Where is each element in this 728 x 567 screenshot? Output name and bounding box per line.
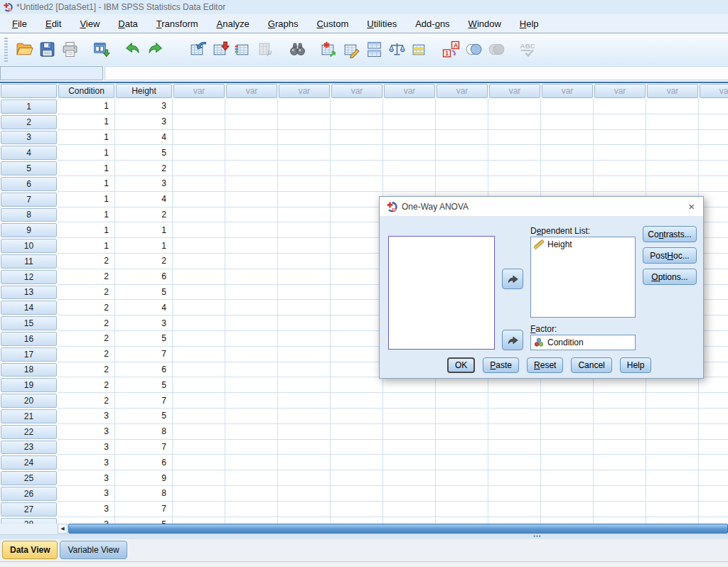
cell[interactable]: 2	[58, 315, 115, 331]
cell[interactable]	[488, 145, 541, 161]
cell[interactable]: 2	[58, 377, 115, 393]
cell[interactable]	[331, 440, 383, 455]
cell[interactable]	[383, 424, 436, 440]
cell[interactable]	[541, 176, 594, 192]
cell[interactable]	[225, 300, 278, 315]
cell[interactable]	[173, 315, 225, 331]
cell[interactable]: 2	[58, 362, 115, 378]
cell[interactable]: 7	[115, 393, 173, 409]
cell[interactable]	[594, 486, 646, 502]
cell[interactable]	[646, 377, 699, 393]
cell[interactable]	[331, 176, 383, 192]
scroll-left-button[interactable]: ◀	[58, 524, 68, 534]
column-header-var[interactable]: var	[384, 84, 435, 98]
row-number-header[interactable]: 24	[1, 455, 57, 470]
cell[interactable]	[436, 424, 488, 440]
cell[interactable]	[488, 377, 541, 393]
cell[interactable]	[278, 300, 331, 315]
row-number-header[interactable]: 2	[1, 115, 57, 129]
cell[interactable]: 3	[115, 315, 173, 331]
cell[interactable]	[488, 424, 541, 440]
cell[interactable]: 1	[58, 222, 115, 238]
cell[interactable]	[173, 238, 225, 254]
cell[interactable]	[331, 254, 383, 269]
cell[interactable]	[541, 424, 594, 440]
cell[interactable]	[436, 440, 488, 455]
cell[interactable]: 1	[115, 222, 173, 238]
cell[interactable]	[646, 176, 699, 192]
cell[interactable]	[699, 145, 728, 161]
cell[interactable]	[436, 130, 488, 146]
row-number-header[interactable]: 17	[1, 347, 57, 362]
cell[interactable]	[278, 440, 331, 455]
column-header-var[interactable]: var	[594, 84, 646, 98]
column-header-var[interactable]: var	[542, 84, 593, 98]
cell[interactable]	[383, 99, 436, 114]
cell[interactable]	[173, 502, 225, 517]
cell[interactable]	[436, 470, 488, 486]
cell[interactable]	[699, 470, 728, 486]
cell[interactable]	[331, 393, 383, 409]
cell[interactable]	[541, 502, 594, 517]
cell[interactable]: 2	[115, 161, 173, 176]
cell[interactable]	[331, 347, 383, 362]
cell[interactable]: 3	[58, 502, 115, 517]
cell[interactable]	[383, 393, 436, 409]
cell[interactable]	[278, 254, 331, 269]
column-header-var[interactable]: var	[700, 84, 728, 98]
cell[interactable]	[331, 377, 383, 393]
cell[interactable]	[173, 254, 225, 269]
cell[interactable]	[173, 222, 225, 238]
post-hoc-button[interactable]: Post Hoc...	[643, 247, 697, 264]
cell[interactable]	[331, 207, 383, 223]
cell[interactable]: 4	[115, 300, 173, 315]
menu-view[interactable]: View	[70, 16, 109, 32]
cell[interactable]	[278, 269, 331, 285]
cell[interactable]	[541, 455, 594, 470]
cell[interactable]: 5	[115, 285, 173, 301]
cell[interactable]	[225, 440, 278, 455]
cell[interactable]	[699, 424, 728, 440]
cell[interactable]	[646, 393, 699, 409]
cell[interactable]	[225, 331, 278, 347]
cell[interactable]	[436, 502, 488, 517]
redo-button[interactable]	[144, 38, 166, 61]
row-number-header[interactable]: 18	[1, 363, 57, 377]
cell[interactable]	[173, 300, 225, 315]
cell[interactable]	[488, 161, 541, 176]
column-header-height[interactable]: Height	[116, 84, 172, 98]
cell[interactable]	[646, 470, 699, 486]
cell[interactable]	[278, 409, 331, 424]
cell[interactable]: 1	[58, 130, 115, 146]
cell[interactable]	[173, 176, 225, 192]
cell[interactable]	[594, 502, 646, 517]
value-labels-button[interactable]: A1	[439, 38, 462, 61]
cell[interactable]	[699, 409, 728, 424]
cell[interactable]	[541, 470, 594, 486]
cell[interactable]	[173, 470, 225, 486]
horizontal-scrollbar[interactable]: ◀	[0, 524, 728, 534]
cell[interactable]	[331, 331, 383, 347]
cell[interactable]	[225, 254, 278, 269]
cell[interactable]	[594, 176, 646, 192]
paste-button[interactable]: Paste	[483, 357, 519, 373]
column-header-var[interactable]: var	[279, 84, 330, 98]
cell[interactable]	[278, 315, 331, 331]
cell[interactable]	[646, 409, 699, 424]
row-number-header[interactable]: 14	[1, 301, 57, 315]
cell[interactable]	[225, 99, 278, 114]
print-button[interactable]	[58, 38, 81, 61]
row-number-header[interactable]: 15	[1, 316, 57, 330]
cell[interactable]: 7	[115, 502, 173, 517]
cell[interactable]	[488, 409, 541, 424]
cell[interactable]	[331, 486, 383, 502]
grid-corner-cell[interactable]	[1, 84, 57, 98]
cell[interactable]	[331, 222, 383, 238]
dependent-list-box[interactable]: Height	[530, 237, 636, 318]
row-number-header[interactable]: 6	[1, 177, 57, 191]
cell[interactable]	[541, 145, 594, 161]
cell[interactable]	[436, 145, 488, 161]
cell[interactable]: 1	[115, 238, 173, 254]
cell[interactable]	[331, 238, 383, 254]
cell[interactable]: 6	[115, 269, 173, 285]
